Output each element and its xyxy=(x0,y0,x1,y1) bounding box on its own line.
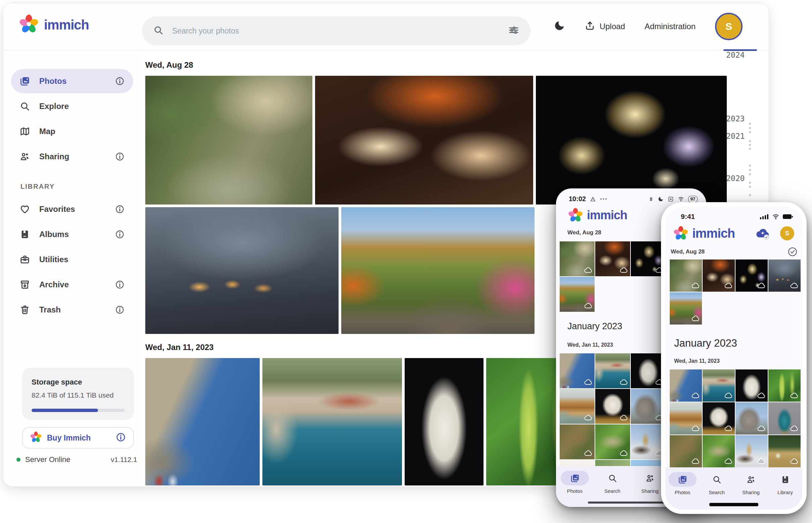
photo-jungle[interactable] xyxy=(145,76,312,204)
photo-thumb-coast[interactable] xyxy=(703,369,735,402)
photo-thumb-coast[interactable] xyxy=(595,353,630,388)
search-bar[interactable] xyxy=(142,16,531,45)
date-header: Wed, Aug 28 xyxy=(671,249,705,255)
search-input[interactable] xyxy=(171,26,508,36)
timeline-year-2023[interactable]: 2023 xyxy=(726,114,745,123)
server-version: v1.112.1 xyxy=(111,456,137,464)
utilities-icon xyxy=(20,254,30,265)
sidebar-item-sharing[interactable]: Sharing xyxy=(11,144,133,169)
photo-thumb-winterchurch[interactable] xyxy=(631,425,666,459)
photo-autumn[interactable] xyxy=(341,207,535,334)
sidebar-item-albums[interactable]: Albums xyxy=(11,222,133,247)
nav-label: Photos xyxy=(567,488,583,494)
photo-thumb-whiterock[interactable] xyxy=(703,402,735,434)
photo-thumb-farm[interactable] xyxy=(768,435,800,467)
info-icon[interactable] xyxy=(115,152,124,161)
home-indicator xyxy=(709,503,758,506)
photo-thumb-jungle[interactable] xyxy=(670,259,702,292)
nav-item-photos[interactable]: Photos xyxy=(556,471,593,494)
photo-castle[interactable] xyxy=(145,358,260,485)
storage-progress-bar xyxy=(32,409,124,412)
info-icon[interactable] xyxy=(115,76,124,86)
photo-thumb-lizard2[interactable] xyxy=(703,435,735,467)
nav-item-search[interactable]: Search xyxy=(593,471,631,494)
sidebar-item-map[interactable]: Map xyxy=(11,119,133,144)
nav-item-library[interactable]: Library xyxy=(768,472,802,495)
info-icon[interactable] xyxy=(115,204,124,214)
nav-item-search[interactable]: Search xyxy=(699,472,734,495)
photo-thumb-dinner[interactable] xyxy=(595,241,630,276)
timeline-year-2024[interactable]: 2024 xyxy=(726,51,745,59)
photo-fireworks[interactable] xyxy=(536,76,727,204)
timeline-year-2020[interactable]: 2020 xyxy=(726,174,745,183)
info-icon[interactable] xyxy=(116,432,126,444)
sidebar-item-label: Sharing xyxy=(39,152,106,161)
photo-thumb-autumn[interactable] xyxy=(670,292,702,325)
sidebar-item-trash[interactable]: Trash xyxy=(11,298,133,322)
storage-title: Storage space xyxy=(32,378,124,386)
immich-logo[interactable]: immich xyxy=(19,14,89,35)
sidebar-item-favorites[interactable]: Favorites xyxy=(11,197,133,221)
photo-thumb-hands[interactable] xyxy=(768,259,800,292)
info-icon[interactable] xyxy=(115,280,124,289)
photo-thumb-fireworks[interactable] xyxy=(736,259,768,292)
select-all-check-icon[interactable] xyxy=(788,247,798,257)
buy-immich-button[interactable]: Buy Immich xyxy=(22,427,134,449)
photo-thumb-winterchurch[interactable] xyxy=(736,435,768,467)
app-header: immichS xyxy=(673,225,794,241)
status-time: 9:41 xyxy=(681,213,695,221)
photo-thumb-ruins[interactable] xyxy=(631,389,666,424)
photo-thumb-cliffbeach[interactable] xyxy=(670,402,702,434)
map-icon xyxy=(20,126,30,137)
upload-button[interactable]: Upload xyxy=(585,20,625,33)
timeline-dot xyxy=(749,186,751,188)
avatar[interactable]: S xyxy=(780,226,794,240)
photo-thumb-lizard1[interactable] xyxy=(670,435,702,467)
dark-mode-toggle[interactable] xyxy=(554,20,565,33)
photo-thumb-castle[interactable] xyxy=(670,369,702,402)
photo-dinner[interactable] xyxy=(315,76,533,204)
sidebar-item-archive[interactable]: Archive xyxy=(11,273,133,297)
timeline-dot xyxy=(749,148,751,150)
photo-thumb-jungle[interactable] xyxy=(560,241,594,276)
photo-thumb-fireworks[interactable] xyxy=(631,241,666,276)
ellipsis-icon: ··· xyxy=(600,195,608,203)
nav-item-photos[interactable]: Photos xyxy=(666,472,699,495)
battery-icon xyxy=(783,214,793,219)
photo-thumb-ornament[interactable] xyxy=(768,402,800,434)
sidebar-item-label: Map xyxy=(39,127,124,136)
photo-thumb-autumn[interactable] xyxy=(560,277,594,312)
wifi-icon xyxy=(772,213,779,220)
nav-item-sharing[interactable]: Sharing xyxy=(734,472,768,495)
photo-thumb-lizard1[interactable] xyxy=(560,425,594,459)
photo-thumb-ruins[interactable] xyxy=(736,402,768,434)
photos-icon xyxy=(20,76,30,86)
upload-label: Upload xyxy=(600,22,625,31)
photo-thumb-castle[interactable] xyxy=(560,353,594,388)
sidebar-item-photos[interactable]: Photos xyxy=(11,69,133,93)
administration-link[interactable]: Administration xyxy=(644,22,695,31)
data-saver-icon xyxy=(590,196,596,202)
photo-thumb-hugo[interactable] xyxy=(736,369,768,402)
nav-label: Library xyxy=(777,489,793,495)
filter-tune-icon[interactable] xyxy=(508,25,519,37)
photo-hugo[interactable] xyxy=(405,358,484,485)
sidebar-item-label: Favorites xyxy=(39,204,106,214)
photo-thumb-hugo[interactable] xyxy=(631,353,666,388)
info-icon[interactable] xyxy=(115,230,124,239)
date-header-row: Wed, Aug 28 xyxy=(671,247,798,257)
photo-thumb-cliffbeach[interactable] xyxy=(560,389,594,424)
photo-thumb-dinner[interactable] xyxy=(703,259,735,292)
photo-thumb-berries[interactable] xyxy=(768,369,800,402)
photo-coast[interactable] xyxy=(262,358,402,485)
avatar[interactable]: S xyxy=(715,13,743,40)
photo-thumb-lizard2[interactable] xyxy=(595,425,630,459)
sidebar-item-utilities[interactable]: Utilities xyxy=(11,248,133,272)
photo-thumb-whiterock[interactable] xyxy=(595,389,630,424)
info-icon[interactable] xyxy=(115,305,124,314)
timeline-year-2021[interactable]: 2021 xyxy=(726,132,745,141)
sidebar-item-explore[interactable]: Explore xyxy=(11,94,133,118)
photo-hands[interactable] xyxy=(145,207,339,334)
backup-cloud-icon[interactable] xyxy=(755,225,771,241)
sharing-icon xyxy=(737,472,765,487)
